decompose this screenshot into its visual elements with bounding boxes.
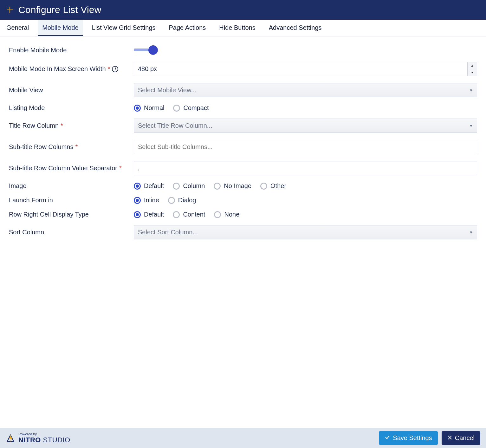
select-placeholder: Select Sort Column...	[138, 229, 198, 236]
radio-label: Inline	[144, 197, 159, 204]
number-spinner: ▲ ▼	[467, 62, 477, 76]
radio-label: Normal	[144, 104, 164, 112]
spinner-down-button[interactable]: ▼	[468, 69, 477, 76]
radio-label: Content	[183, 211, 205, 218]
tab-label: Hide Buttons	[219, 24, 256, 31]
image-default-radio[interactable]: Default	[134, 182, 164, 190]
radio-label: Other	[270, 182, 286, 190]
subtitle-row-columns-input[interactable]	[134, 140, 477, 154]
tab-label: Advanced Settings	[269, 24, 322, 31]
check-icon	[385, 434, 390, 442]
label-text: Sub-title Row Columns	[9, 143, 73, 151]
tab-advanced-settings[interactable]: Advanced Settings	[264, 20, 326, 36]
chevron-down-icon: ▼	[469, 230, 473, 235]
label-text: Mobile Mode In Max Screen Width	[9, 65, 106, 73]
enable-mobile-mode-label: Enable Mobile Mode	[9, 47, 126, 54]
image-column-radio[interactable]: Column	[173, 182, 205, 190]
mobile-view-select[interactable]: Select Mobile View... ▼	[134, 83, 477, 97]
cancel-button[interactable]: Cancel	[442, 431, 480, 445]
mobile-view-label: Mobile View	[9, 87, 126, 94]
image-label: Image	[9, 182, 126, 190]
radio-label: Compact	[183, 104, 209, 112]
title-row-column-select[interactable]: Select Title Row Column... ▼	[134, 119, 477, 133]
brand-name: NITRO STUDIO	[18, 436, 70, 444]
brand-logo-icon	[6, 433, 15, 443]
row-right-default-radio[interactable]: Default	[134, 211, 164, 218]
footer-actions: Save Settings Cancel	[379, 431, 480, 445]
image-radio-group: Default Column No Image Other	[134, 182, 477, 190]
max-screen-width-label: Mobile Mode In Max Screen Width* i	[9, 65, 126, 73]
select-placeholder: Select Title Row Column...	[138, 122, 212, 129]
separator-label: Sub-title Row Column Value Separator*	[9, 165, 126, 172]
tab-bar: General Mobile Mode List View Grid Setti…	[0, 20, 486, 36]
radio-label: Column	[183, 182, 205, 190]
page-title: Configure List View	[18, 4, 101, 15]
launch-form-radio-group: Inline Dialog	[134, 197, 477, 204]
listing-mode-label: Listing Mode	[9, 104, 126, 112]
powered-by-text: Powered by	[18, 432, 70, 436]
tab-label: List View Grid Settings	[92, 24, 156, 31]
listing-mode-normal-radio[interactable]: Normal	[134, 104, 164, 112]
info-icon[interactable]: i	[112, 66, 118, 72]
launch-dialog-radio[interactable]: Dialog	[168, 197, 196, 204]
chevron-down-icon: ▼	[469, 124, 473, 128]
radio-label: No Image	[224, 182, 251, 190]
radio-label: Default	[144, 211, 164, 218]
brand: Powered by NITRO STUDIO	[6, 432, 70, 444]
tab-hide-buttons[interactable]: Hide Buttons	[215, 20, 260, 36]
label-text: Sub-title Row Column Value Separator	[9, 165, 117, 172]
radio-label: Default	[144, 182, 164, 190]
image-other-radio[interactable]: Other	[260, 182, 286, 190]
listing-mode-radio-group: Normal Compact	[134, 104, 477, 112]
title-row-column-label: Title Row Column*	[9, 122, 126, 129]
chevron-down-icon: ▼	[469, 88, 473, 93]
launch-form-in-label: Launch Form in	[9, 197, 126, 204]
max-screen-width-input-wrap: ▲ ▼	[134, 62, 477, 76]
row-right-none-radio[interactable]: None	[214, 211, 239, 218]
row-right-cell-label: Row Right Cell Display Type	[9, 211, 126, 218]
tab-general[interactable]: General	[2, 20, 33, 36]
subtitle-row-columns-label: Sub-title Row Columns*	[9, 143, 126, 151]
row-right-radio-group: Default Content None	[134, 211, 477, 218]
button-label: Cancel	[455, 434, 475, 442]
tab-mobile-mode[interactable]: Mobile Mode	[38, 20, 83, 36]
header: Configure List View	[0, 0, 486, 20]
close-icon	[447, 434, 452, 442]
launch-inline-radio[interactable]: Inline	[134, 197, 159, 204]
save-settings-button[interactable]: Save Settings	[379, 431, 437, 445]
tab-page-actions[interactable]: Page Actions	[165, 20, 211, 36]
tab-label: Mobile Mode	[42, 24, 79, 31]
tab-label: General	[6, 24, 29, 31]
row-right-content-radio[interactable]: Content	[173, 211, 205, 218]
label-text: Title Row Column	[9, 122, 59, 129]
listing-mode-compact-radio[interactable]: Compact	[173, 104, 209, 112]
footer: Powered by NITRO STUDIO Save Settings Ca…	[0, 428, 486, 448]
select-placeholder: Select Mobile View...	[138, 87, 196, 94]
radio-label: Dialog	[178, 197, 196, 204]
radio-label: None	[224, 211, 239, 218]
separator-input[interactable]	[134, 161, 477, 175]
button-label: Save Settings	[393, 434, 432, 442]
plus-icon	[6, 6, 14, 14]
tab-label: Page Actions	[169, 24, 206, 31]
sort-column-label: Sort Column	[9, 229, 126, 236]
form-panel: Enable Mobile Mode Mobile Mode In Max Sc…	[0, 36, 486, 428]
max-screen-width-input[interactable]	[134, 62, 467, 76]
tab-list-view-grid-settings[interactable]: List View Grid Settings	[87, 20, 160, 36]
image-no-image-radio[interactable]: No Image	[214, 182, 251, 190]
spinner-up-button[interactable]: ▲	[468, 62, 477, 69]
enable-mobile-mode-toggle[interactable]	[134, 45, 159, 55]
sort-column-select[interactable]: Select Sort Column... ▼	[134, 225, 477, 239]
